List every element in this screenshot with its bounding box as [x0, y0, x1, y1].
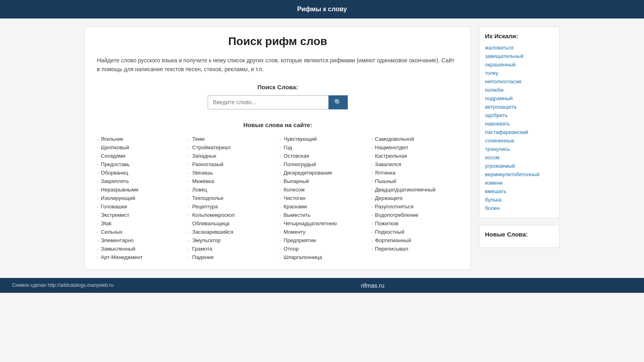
- word-link[interactable]: Соседями: [101, 153, 126, 159]
- list-item: ◦Ловец: [188, 185, 276, 194]
- word-link[interactable]: Кольпомикроскоп: [192, 212, 235, 218]
- word-link[interactable]: Ловец: [192, 187, 207, 193]
- list-item: ◦Полногрудый: [280, 160, 367, 169]
- word-link[interactable]: Изолирующий: [101, 195, 136, 201]
- word-link[interactable]: Закреплять: [101, 178, 129, 184]
- word-link[interactable]: Ялтинка: [375, 170, 396, 176]
- word-link[interactable]: Дискредитирование: [284, 170, 332, 176]
- word-link[interactable]: Межёвка: [192, 178, 214, 184]
- sidebar-searched-link[interactable]: ветрозащита: [485, 103, 553, 111]
- bullet-icon: ◦: [188, 239, 190, 243]
- word-link[interactable]: Засахарившийся: [192, 229, 233, 235]
- word-link[interactable]: Эtak: [101, 220, 112, 226]
- word-link[interactable]: Замысленный: [101, 246, 136, 252]
- word-link[interactable]: Колесом: [284, 187, 305, 193]
- word-link[interactable]: Чувствующий: [284, 136, 317, 142]
- word-link[interactable]: Грамота: [192, 246, 213, 252]
- bullet-icon: ◦: [188, 137, 190, 142]
- sidebar-searched-link[interactable]: навоевать: [485, 119, 553, 128]
- sidebar-searched-link[interactable]: булька: [485, 195, 553, 204]
- bullet-icon: ◦: [280, 213, 281, 218]
- word-link[interactable]: Оборванец: [101, 170, 128, 176]
- word-link[interactable]: Выпарный: [284, 178, 309, 184]
- word-link[interactable]: Шпаргалочница: [284, 254, 322, 260]
- bullet-icon: ◦: [97, 205, 99, 209]
- word-link[interactable]: Падения: [192, 254, 214, 260]
- sidebar-searched-link[interactable]: завещательный: [485, 52, 553, 60]
- word-link[interactable]: Моменту: [284, 229, 305, 235]
- word-link[interactable]: Рецептура: [192, 204, 218, 210]
- word-link[interactable]: Нацменотдел: [375, 144, 408, 150]
- sidebar-searched-link[interactable]: неполногласие: [485, 77, 553, 86]
- word-link[interactable]: Полногрудый: [284, 161, 316, 167]
- search-label: Поиск Слова:: [97, 84, 458, 90]
- word-link[interactable]: Предоставь: [101, 161, 130, 167]
- word-link[interactable]: Четырнадцатилетнею: [284, 220, 337, 226]
- word-link[interactable]: Щелпковый: [101, 144, 129, 150]
- sidebar-searched-link[interactable]: косом: [485, 153, 553, 162]
- word-link[interactable]: Остовская: [284, 153, 309, 159]
- search-input[interactable]: [208, 95, 328, 109]
- sidebar-searched-link[interactable]: толку: [485, 69, 553, 77]
- bullet-icon: ◦: [188, 196, 190, 201]
- word-link[interactable]: Арт-Менеджмент: [101, 254, 143, 260]
- word-link[interactable]: Неразрывными: [101, 187, 138, 193]
- word-link[interactable]: Теми: [192, 136, 205, 142]
- sidebar-searched-link[interactable]: сочиненные: [485, 136, 553, 145]
- word-link[interactable]: Эмульгатор: [192, 237, 221, 243]
- words-column-1: ◦Ягельник◦Щелпковый◦Соседями◦Предоставь◦…: [97, 135, 184, 261]
- word-link[interactable]: Пышный: [375, 178, 396, 184]
- sidebar-searched-link[interactable]: подрамный: [485, 94, 553, 103]
- bullet-icon: ◦: [280, 196, 281, 201]
- list-item: ◦Колесом: [280, 185, 367, 194]
- bullet-icon: ◦: [280, 230, 281, 234]
- word-link[interactable]: Пожитков: [375, 220, 398, 226]
- word-link[interactable]: Двадцатдцатикопеечный: [375, 187, 436, 193]
- word-link[interactable]: Красками: [284, 204, 307, 210]
- word-link[interactable]: Ягельник: [101, 136, 123, 142]
- word-link[interactable]: Головашки: [101, 204, 127, 210]
- word-link[interactable]: Кастрюльная: [375, 153, 407, 159]
- bullet-icon: ◦: [371, 196, 373, 201]
- word-link[interactable]: Переписывал: [375, 246, 409, 252]
- sidebar-searched-link[interactable]: вмешать: [485, 187, 553, 195]
- bullet-icon: ◦: [188, 162, 190, 167]
- word-link[interactable]: Подкостный: [375, 229, 405, 235]
- sidebar-searched-link[interactable]: полюби: [485, 86, 553, 94]
- words-column-2: ◦Теми◦Стройматериал◦Западных◦Разноглазый…: [188, 135, 276, 261]
- sidebar-searched-link[interactable]: измени: [485, 179, 553, 187]
- sidebar-searched-link[interactable]: угрожаемый: [485, 162, 553, 170]
- word-link[interactable]: Обливальщица: [192, 220, 230, 226]
- sidebar-searched-link[interactable]: тронулись: [485, 145, 553, 153]
- word-link[interactable]: Разуплотняться: [375, 204, 414, 210]
- word-link[interactable]: Водопотребление: [375, 212, 419, 218]
- sidebar-searched-link[interactable]: одобрить: [485, 111, 553, 119]
- word-link[interactable]: Завалился: [375, 161, 401, 167]
- word-link[interactable]: Техподполье: [192, 195, 224, 201]
- sidebar-searched-link[interactable]: пастафарианский: [485, 128, 553, 136]
- search-button[interactable]: 🔍: [328, 95, 348, 109]
- sidebar-searched-link[interactable]: болен: [485, 204, 553, 212]
- site-header: Рифмы к слову: [0, 0, 644, 19]
- bullet-icon: ◦: [280, 247, 281, 251]
- word-link[interactable]: Самодовольной: [375, 136, 414, 142]
- word-link[interactable]: Экстремист: [101, 212, 130, 218]
- word-link[interactable]: Чистоган: [284, 195, 305, 201]
- bullet-icon: ◦: [371, 205, 373, 209]
- word-link[interactable]: Отпор: [284, 246, 299, 252]
- word-link[interactable]: Разноглазый: [192, 161, 223, 167]
- word-link[interactable]: Держащего: [375, 195, 403, 201]
- word-link[interactable]: Элементарно: [101, 237, 134, 243]
- list-item: ◦Западных: [188, 152, 276, 160]
- sidebar-searched-link[interactable]: окрашенный: [485, 60, 553, 69]
- word-link[interactable]: Год: [284, 144, 292, 150]
- word-link[interactable]: Западных: [192, 153, 217, 159]
- word-link[interactable]: Увязишь: [192, 170, 213, 176]
- word-link[interactable]: Сильных: [101, 229, 123, 235]
- word-link[interactable]: Выместить: [284, 212, 311, 218]
- word-link[interactable]: Стройматериал: [192, 144, 231, 150]
- sidebar-searched-link[interactable]: вермикулитобетонный: [485, 170, 553, 179]
- sidebar-searched-link[interactable]: жаловаться: [485, 43, 553, 52]
- word-link[interactable]: Фортепианный: [375, 237, 411, 243]
- word-link[interactable]: Предприятии: [284, 237, 316, 243]
